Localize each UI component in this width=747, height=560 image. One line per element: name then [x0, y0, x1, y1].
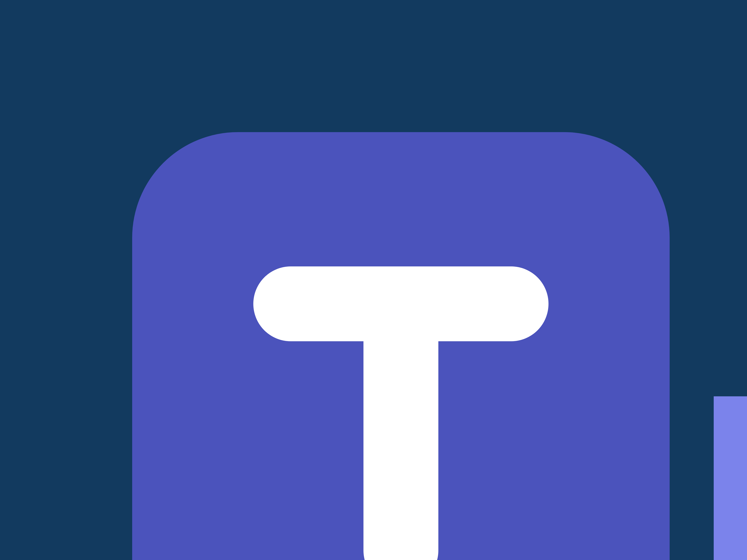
- wallpaper: [0, 0, 747, 560]
- desktop: Search Activity: [0, 0, 747, 560]
